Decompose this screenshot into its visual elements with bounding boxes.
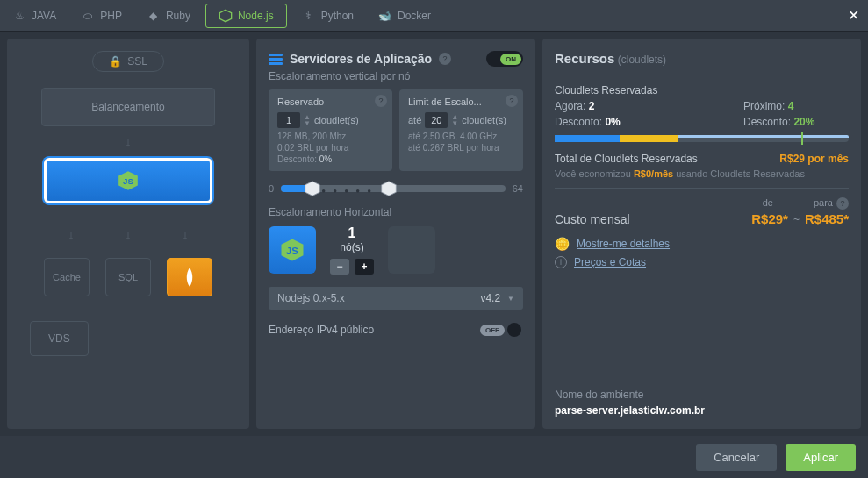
disc-next-label: Desconto: <box>743 116 791 128</box>
spec-line: até 2.50 GB, 4.00 GHz <box>408 132 514 141</box>
monthly-cost-label: Custo mensal <box>555 212 751 226</box>
env-value: parse-server.jelasticlw.com.br <box>555 404 705 417</box>
reserved-cloudlets-label: Cloudlets Reservadas <box>555 84 849 96</box>
topology-column: 🔒SSL Balanceamento ↓ JS ↓ ↓ ↓ Cache SQL … <box>7 39 249 429</box>
cost-from: R$29* <box>751 211 788 226</box>
balance-button[interactable]: Balanceamento <box>41 88 214 126</box>
toggle-label: ON <box>500 54 521 65</box>
help-icon[interactable]: ? <box>439 53 451 65</box>
tab-label: Ruby <box>166 10 190 22</box>
reserved-input[interactable]: 1 <box>277 112 300 128</box>
ssl-button[interactable]: 🔒SSL <box>92 51 164 72</box>
apply-button[interactable]: Aplicar <box>786 444 856 471</box>
close-button[interactable]: ✕ <box>848 7 859 24</box>
footer: Cancelar Aplicar <box>0 436 868 478</box>
ruby-icon: ◆ <box>147 9 161 23</box>
next-value: 4 <box>788 100 794 112</box>
now-value: 2 <box>589 100 595 112</box>
toggle-label: OFF <box>480 325 505 336</box>
svg-text:JS: JS <box>123 176 133 186</box>
tab-node[interactable]: Node.js <box>205 4 287 28</box>
tab-php[interactable]: ⬭PHP <box>68 0 134 32</box>
language-tabs: ♨JAVA ⬭PHP ◆Ruby Node.js ⚕Python 🐋Docker… <box>0 0 868 32</box>
svg-text:JS: JS <box>286 246 298 256</box>
to-label: para <box>789 197 833 210</box>
cache-button[interactable]: Cache <box>44 258 90 296</box>
ssl-label: SSL <box>127 55 147 68</box>
arrow-down-icon: ↓ <box>126 228 132 242</box>
disc-now-value: 0% <box>605 116 620 128</box>
increase-nodes-button[interactable]: + <box>355 259 374 275</box>
discount-bar <box>555 135 849 142</box>
docker-icon: 🐋 <box>378 9 392 23</box>
reserved-card: ? Reservado 1 ▲▼ cloudlet(s) 128 MB, 200… <box>269 89 392 171</box>
show-details-link[interactable]: Mostre-me detalhes <box>577 238 670 250</box>
sql-button[interactable]: SQL <box>105 258 151 296</box>
decrease-nodes-button[interactable]: − <box>330 259 349 275</box>
ipv4-toggle[interactable]: OFF <box>478 322 523 338</box>
vertical-scaling-label: Escalonamento vertical por nó <box>269 70 523 82</box>
unit-label: cloudlet(s) <box>314 115 359 125</box>
next-label: Próximo: <box>743 100 785 112</box>
slider-handle-limit[interactable] <box>380 180 398 197</box>
help-icon[interactable]: ? <box>836 197 849 210</box>
runtime-select[interactable]: Nodejs 0.x-5.x v4.2 ▼ <box>269 287 523 310</box>
cancel-button[interactable]: Cancelar <box>696 444 777 471</box>
price-line: até 0.267 BRL por hora <box>408 143 514 153</box>
runtime-version: v4.2 <box>480 292 500 304</box>
tab-label: PHP <box>100 10 122 22</box>
node-count: 1 <box>330 225 374 241</box>
tab-java[interactable]: ♨JAVA <box>0 0 68 32</box>
tab-docker[interactable]: 🐋Docker <box>366 0 443 32</box>
slider-min: 0 <box>269 183 274 194</box>
discount-value: 0% <box>319 154 332 164</box>
cost-to: R$485* <box>805 211 849 226</box>
nodejs-logo-icon: JS <box>117 169 140 192</box>
arrow-down-icon: ↓ <box>183 228 189 242</box>
vds-button[interactable]: VDS <box>30 321 89 356</box>
tab-python[interactable]: ⚕Python <box>290 0 366 32</box>
prices-link[interactable]: Preços e Cotas <box>574 256 646 268</box>
svg-marker-0 <box>219 10 231 21</box>
app-server-node[interactable]: JS <box>44 158 212 203</box>
coin-icon: 🪙 <box>555 237 570 251</box>
disc-next-value: 20% <box>793 116 814 128</box>
env-label: Nome do ambiente <box>555 389 705 401</box>
ipv4-label: Endereço IPv4 público <box>269 324 374 336</box>
node-ghost <box>388 226 435 274</box>
arrow-down-icon: ↓ <box>126 135 132 149</box>
menu-icon[interactable] <box>269 54 283 65</box>
limit-input[interactable]: 20 <box>425 112 448 128</box>
cache-label: Cache <box>53 272 81 282</box>
resources-column: Recursos (cloudlets) Cloudlets Reservada… <box>542 39 861 429</box>
scaling-column: Servidores de Aplicação ? ON Escalonamen… <box>256 39 535 429</box>
unit-label: cloudlet(s) <box>462 115 506 125</box>
resources-title: Recursos <box>555 51 614 66</box>
node-unit: nó(s) <box>330 241 374 253</box>
help-icon[interactable]: ? <box>375 95 387 107</box>
total-reserved-value: R$29 por mês <box>779 153 849 165</box>
tab-label: Node.js <box>238 10 274 22</box>
from-label: de <box>729 197 773 210</box>
savings-amount: R$0/mês <box>634 168 673 179</box>
balance-label: Balanceamento <box>91 101 164 113</box>
sql-label: SQL <box>118 272 138 282</box>
horiz-scaling-label: Escalonamento Horizontal <box>269 206 523 218</box>
app-servers-toggle[interactable]: ON <box>486 51 523 67</box>
help-icon[interactable]: ? <box>506 95 518 107</box>
nosql-button[interactable] <box>167 258 212 296</box>
disc-now-label: Desconto: <box>555 116 602 128</box>
runtime-name: Nodejs 0.x-5.x <box>277 292 345 304</box>
info-icon: i <box>555 256 567 268</box>
python-icon: ⚕ <box>302 9 316 23</box>
spinner-icon[interactable]: ▲▼ <box>304 114 311 126</box>
node-icon <box>219 9 233 23</box>
tab-ruby[interactable]: ◆Ruby <box>134 0 203 32</box>
card-title: Reservado <box>277 96 384 107</box>
cloudlet-slider[interactable]: ● ● ● ● ● <box>281 185 506 192</box>
slider-handle-reserved[interactable] <box>304 180 321 197</box>
spinner-icon[interactable]: ▲▼ <box>451 114 458 126</box>
node-instance[interactable]: JS <box>269 226 316 274</box>
section-title: Servidores de Aplicação <box>290 52 432 66</box>
chevron-down-icon: ▼ <box>507 295 514 303</box>
